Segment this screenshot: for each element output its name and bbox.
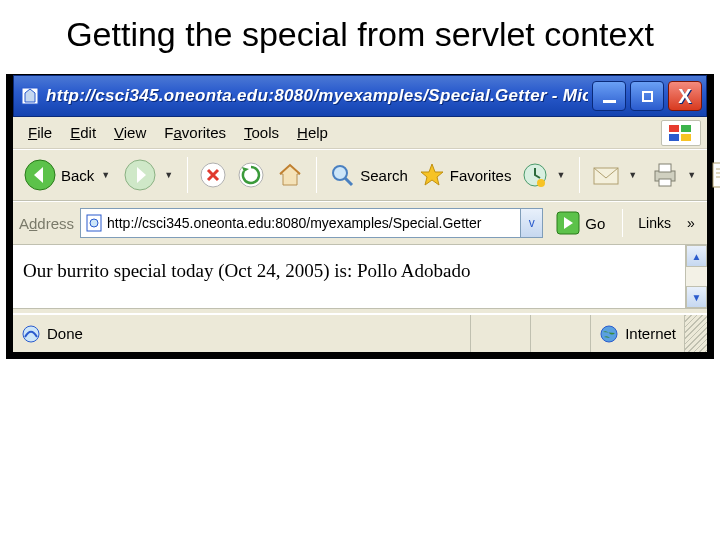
ie-small-icon	[21, 324, 41, 344]
svg-rect-17	[713, 163, 720, 187]
print-dropdown-icon[interactable]: ▼	[684, 170, 699, 180]
slide-title: Getting the special from servlet context	[0, 0, 720, 70]
print-button[interactable]: ▼	[646, 159, 703, 191]
menu-edit[interactable]: Edit	[61, 122, 105, 143]
separator	[579, 157, 580, 193]
links-label[interactable]: Links	[634, 215, 675, 231]
vertical-scrollbar[interactable]: ▲ ▼	[685, 245, 707, 308]
separator	[622, 209, 623, 237]
statusbar: Done Internet	[13, 314, 707, 352]
search-button[interactable]: Search	[324, 159, 412, 191]
stop-button[interactable]	[195, 159, 231, 191]
svg-rect-16	[659, 179, 671, 186]
window-title: http://csci345.oneonta.edu:8080/myexampl…	[46, 86, 588, 106]
page-body-text: Our burrito special today (Oct 24, 2005)…	[23, 260, 471, 281]
windows-flag-icon	[661, 120, 701, 146]
back-label: Back	[61, 167, 94, 184]
favorites-button[interactable]: Favorites	[414, 159, 516, 191]
globe-icon	[599, 324, 619, 344]
slide: Getting the special from servlet context…	[0, 0, 720, 540]
browser-window: http://csci345.oneonta.edu:8080/myexampl…	[12, 74, 708, 353]
screenshot-frame: http://csci345.oneonta.edu:8080/myexampl…	[6, 74, 714, 359]
status-blank	[531, 315, 591, 352]
address-input[interactable]	[103, 213, 520, 233]
window-controls: X	[592, 81, 702, 111]
close-button[interactable]: X	[668, 81, 702, 111]
maximize-button[interactable]	[630, 81, 664, 111]
back-button[interactable]: Back ▼	[19, 156, 117, 194]
ie-icon	[20, 86, 40, 106]
addressbar: Address v Go Links »	[13, 201, 707, 245]
mail-button[interactable]: ▼	[587, 160, 644, 190]
svg-point-29	[601, 326, 617, 342]
toolbar: Back ▼ ▼	[13, 149, 707, 201]
history-dropdown-icon[interactable]: ▼	[553, 170, 568, 180]
separator	[187, 157, 188, 193]
go-button[interactable]: Go	[549, 210, 611, 236]
history-button[interactable]: ▼	[517, 159, 572, 191]
links-overflow[interactable]: »	[681, 215, 701, 231]
edit-button[interactable]	[705, 158, 720, 192]
back-dropdown-icon[interactable]: ▼	[98, 170, 113, 180]
svg-point-28	[23, 326, 39, 342]
scroll-track[interactable]	[686, 267, 707, 286]
svg-rect-4	[681, 134, 691, 141]
page-body: Our burrito special today (Oct 24, 2005)…	[13, 245, 685, 308]
menubar: File Edit View Favorites Tools Help	[13, 117, 707, 149]
separator	[316, 157, 317, 193]
svg-line-10	[345, 178, 352, 185]
status-done: Done	[47, 325, 83, 342]
svg-point-26	[90, 219, 98, 227]
favorites-label: Favorites	[450, 167, 512, 184]
svg-rect-1	[669, 125, 679, 132]
status-left: Done	[13, 315, 471, 352]
svg-point-9	[333, 166, 347, 180]
mail-dropdown-icon[interactable]: ▼	[625, 170, 640, 180]
page-icon	[85, 213, 103, 233]
minimize-button[interactable]	[592, 81, 626, 111]
address-label: Address	[19, 215, 74, 232]
scroll-down-icon[interactable]: ▼	[686, 286, 707, 308]
titlebar[interactable]: http://csci345.oneonta.edu:8080/myexampl…	[13, 75, 707, 117]
go-label: Go	[585, 215, 605, 232]
home-button[interactable]	[271, 158, 309, 192]
menu-file[interactable]: File	[19, 122, 61, 143]
menu-tools[interactable]: Tools	[235, 122, 288, 143]
menu-help[interactable]: Help	[288, 122, 337, 143]
svg-point-12	[537, 179, 545, 187]
menu-view[interactable]: View	[105, 122, 155, 143]
forward-button[interactable]: ▼	[119, 156, 180, 194]
svg-rect-15	[659, 164, 671, 172]
forward-dropdown-icon[interactable]: ▼	[161, 170, 176, 180]
address-field-wrap: v	[80, 208, 543, 238]
content-area: Our burrito special today (Oct 24, 2005)…	[13, 245, 707, 308]
address-dropdown-icon[interactable]: v	[520, 209, 542, 237]
scroll-up-icon[interactable]: ▲	[686, 245, 707, 267]
svg-rect-2	[681, 125, 691, 132]
status-zone: Internet	[591, 315, 685, 352]
menu-favorites[interactable]: Favorites	[155, 122, 235, 143]
refresh-button[interactable]	[233, 159, 269, 191]
search-label: Search	[360, 167, 408, 184]
svg-rect-3	[669, 134, 679, 141]
status-blank	[471, 315, 531, 352]
resize-grip-icon[interactable]	[685, 315, 707, 352]
status-zone-text: Internet	[625, 325, 676, 342]
